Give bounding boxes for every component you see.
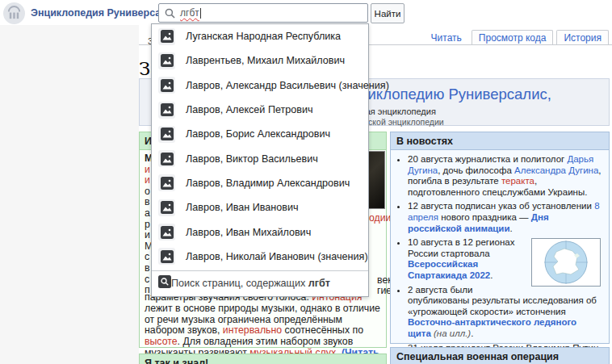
image-thumbnail-icon [158,150,175,167]
image-thumbnail-icon [158,224,175,241]
tab-view-source[interactable]: Просмотр кода [472,30,554,45]
text-caret [200,8,201,19]
image-thumbnail-icon [158,199,175,216]
image-thumbnail-icon [158,174,175,191]
news-item[interactable]: 2 августа были опубликованы результаты и… [408,285,602,340]
news-item[interactable]: 20 августа журналистка и политолог Дарья… [408,154,602,198]
tab-history[interactable]: История [556,30,609,45]
quiz-header: Я так и знал! [140,354,386,364]
search-suggestion[interactable]: Лавров, Владимир Александрович [152,171,368,195]
quiz-box: Я так и знал! [139,354,387,364]
image-thumbnail-icon [158,52,175,69]
image-thumbnail-icon [158,102,175,119]
search-submit-button[interactable]: Найти [371,3,405,23]
search-suggestion[interactable]: Лавров, Николай Иванович (значения) [152,245,368,269]
search-suggestion[interactable]: Лавров, Борис Александрович [152,122,368,146]
page-action-tabs: Читать Просмотр кода История [425,31,609,45]
search-suggestion[interactable]: Луганская Народная Республика [152,24,368,48]
news-box: В новостях 20 августа журналистка и поли… [390,132,610,344]
image-thumbnail-icon [158,77,175,94]
news-list-top: 20 августа журналистка и политолог Дарья… [397,154,602,234]
site-logo[interactable] [3,2,25,24]
news-body: 20 августа журналистка и политолог Дарья… [391,150,609,364]
search-in-page-icon [158,275,171,291]
site-title[interactable]: Энциклопедия Руниверсалис [31,7,179,19]
image-thumbnail-icon [158,28,175,45]
search-suggestion[interactable]: Лавров, Александр Васильевич (значения) [152,73,368,98]
search-suggestion[interactable]: Лаврентьев, Михаил Михайлович [152,48,368,73]
svo-box: Специальная военная операция [390,347,610,364]
tab-read[interactable]: Читать [425,31,468,45]
news-item[interactable]: 12 августа подписан указ об установлении… [408,201,602,234]
search-icon [165,8,175,19]
antarctica-map-image[interactable] [531,238,601,287]
svo-header: Специальная военная операция [391,348,609,364]
search-suggestion[interactable]: Лавров, Иван Иванович [152,195,368,220]
search-suggestions-dropdown: Луганская Народная Республика Лаврентьев… [151,23,369,297]
search-input[interactable]: лгбт [158,3,368,23]
image-thumbnail-icon [158,126,175,143]
image-thumbnail-icon [158,248,175,265]
search-pages-containing[interactable]: Поиск страниц, содержащих лгбт [152,271,368,296]
news-header: В новостях [391,132,609,150]
search-query-text: лгбт [180,7,199,19]
search-suggestion[interactable]: Лавров, Иван Михайлович [152,220,368,244]
search-suggestion[interactable]: Лавров, Виктор Васильевич [152,146,368,170]
search-suggestion[interactable]: Лавров, Алексей Петрович [152,98,368,122]
